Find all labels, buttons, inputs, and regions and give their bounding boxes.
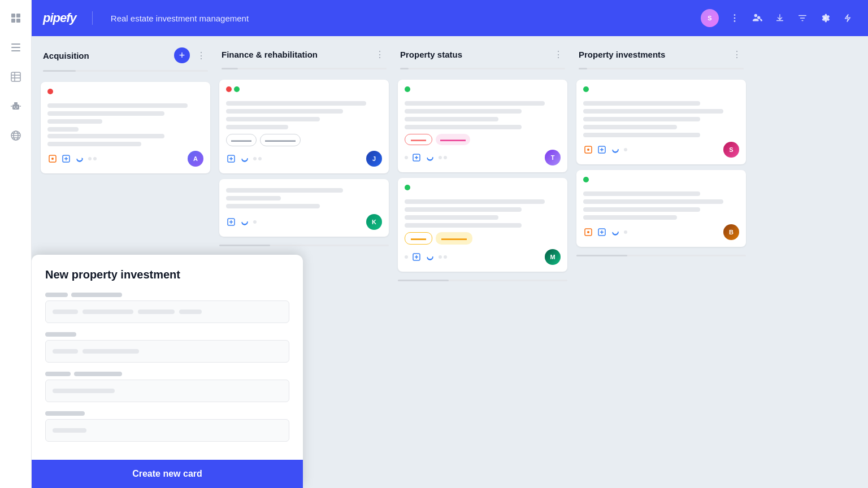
card-dots-row (624, 230, 627, 234)
card-dot-sm (88, 157, 92, 160)
column-property-status-menu-btn[interactable]: ⋮ (552, 47, 565, 61)
input-chunk (53, 428, 86, 433)
card-footer: B (583, 224, 739, 240)
card: ▬▬▬ ▬▬▬▬▬ (398, 80, 567, 172)
card-line (583, 117, 700, 121)
input-chunk (53, 389, 115, 393)
header-users-btn[interactable] (748, 9, 766, 27)
card-avatar: T (545, 150, 561, 165)
card: K (219, 179, 389, 237)
card-dots-row (439, 156, 447, 159)
column-property-status: Property status ⋮ ▬▬▬ (398, 47, 567, 477)
card-tag-red: ▬▬▬ (405, 134, 432, 145)
header-more-btn[interactable] (726, 9, 744, 27)
column-property-investments-header: Property investments ⋮ (576, 47, 746, 61)
card-footer: J (226, 151, 382, 167)
header-divider (92, 11, 93, 25)
card-footer-icons (226, 154, 262, 164)
svg-point-14 (16, 107, 18, 108)
column-property-status-progress (400, 68, 565, 69)
card-icon-blue (411, 152, 422, 163)
header-import-btn[interactable] (771, 9, 789, 27)
card-line (583, 199, 723, 204)
column-property-investments-scroll (576, 255, 746, 256)
card-dots (583, 86, 739, 97)
card-tag-gray: ▬▬▬▬▬▬ (260, 134, 301, 146)
sidebar-item-list[interactable] (7, 38, 25, 56)
svg-point-25 (734, 20, 736, 22)
input-chunk (53, 310, 78, 314)
card-line (226, 188, 343, 193)
card-dot-sm (93, 157, 97, 160)
card-icon-orange (47, 154, 58, 164)
card-dots-row (88, 157, 97, 160)
card-line (226, 101, 366, 106)
svg-point-24 (734, 18, 736, 19)
sidebar-item-globe[interactable] (7, 127, 25, 145)
header-filter-btn[interactable] (793, 9, 811, 27)
card-dots (226, 86, 382, 97)
column-acquisition-progress-fill (43, 70, 76, 72)
main-area: pipefy Real estate investment management… (32, 0, 868, 488)
label-chunk (45, 293, 68, 297)
card-line (583, 207, 700, 212)
card-footer: T (405, 150, 561, 165)
input-chunk (83, 310, 133, 314)
card-footer: A (47, 151, 203, 167)
modal-footer[interactable]: Create new card (32, 460, 303, 488)
form-label-1 (45, 293, 289, 297)
card-tags: ▬▬▬▬ ▬▬▬▬▬▬ (226, 134, 382, 146)
card-tag-yellow-outline: ▬▬▬ (405, 232, 432, 245)
board-area: Acquisition + ⋮ (32, 36, 868, 488)
svg-point-34 (587, 149, 589, 151)
card-tag-pink: ▬▬▬▬▬ (436, 134, 470, 145)
card-icon-sync (240, 154, 250, 164)
form-input-1[interactable] (45, 300, 289, 323)
input-chunk (83, 349, 139, 354)
header-automation-btn[interactable] (839, 9, 857, 27)
column-acquisition-add-btn[interactable]: + (174, 47, 190, 63)
modal-title: New property investment (45, 268, 289, 281)
label-chunk (45, 411, 85, 416)
form-input-4[interactable] (45, 419, 289, 442)
column-property-investments-menu-btn[interactable]: ⋮ (730, 47, 744, 61)
card-dot-green (234, 86, 240, 92)
column-acquisition-menu-btn[interactable]: ⋮ (194, 49, 208, 62)
card-icon-blue (226, 154, 236, 164)
card-tag-outline: ▬▬▬▬ (226, 134, 257, 146)
column-property-status-scroll-thumb (398, 280, 449, 281)
card-icon-sync (75, 154, 85, 164)
form-input-2[interactable] (45, 340, 289, 363)
sidebar-item-table[interactable] (7, 68, 25, 86)
column-finance-menu-btn[interactable]: ⋮ (373, 47, 387, 61)
card: S (576, 80, 746, 164)
card-icon-sync (610, 227, 620, 237)
card-dot-green (583, 177, 589, 182)
header-settings-btn[interactable] (816, 9, 834, 27)
label-chunk (71, 293, 122, 297)
column-finance-scroll-thumb (219, 245, 270, 246)
column-acquisition-progress (43, 70, 208, 72)
card-line (405, 207, 522, 212)
sidebar-item-grid[interactable] (7, 9, 25, 27)
card-dot-sm (258, 157, 262, 160)
card-dots (405, 185, 561, 195)
card-line (226, 125, 288, 129)
card-avatar: S (723, 142, 739, 158)
card-footer-icons (583, 145, 627, 155)
header: pipefy Real estate investment management… (32, 0, 868, 36)
form-input-3[interactable] (45, 380, 289, 402)
column-property-investments-scroll-thumb (576, 255, 627, 256)
card: ▬▬▬▬ ▬▬▬▬▬▬ (219, 80, 389, 173)
card-dot-sm (624, 230, 627, 234)
card-line (583, 125, 677, 129)
form-group-3 (45, 372, 289, 402)
card-tag-text: ▬▬▬▬ (231, 137, 251, 143)
create-new-card-button[interactable]: Create new card (132, 469, 202, 479)
card-dot-sm (444, 156, 447, 159)
card-dot-sm (405, 255, 408, 259)
sidebar-item-bot[interactable] (7, 97, 25, 115)
card-dot-sm (253, 220, 257, 224)
header-actions: S (701, 9, 857, 27)
card-dot-sm (439, 156, 442, 159)
